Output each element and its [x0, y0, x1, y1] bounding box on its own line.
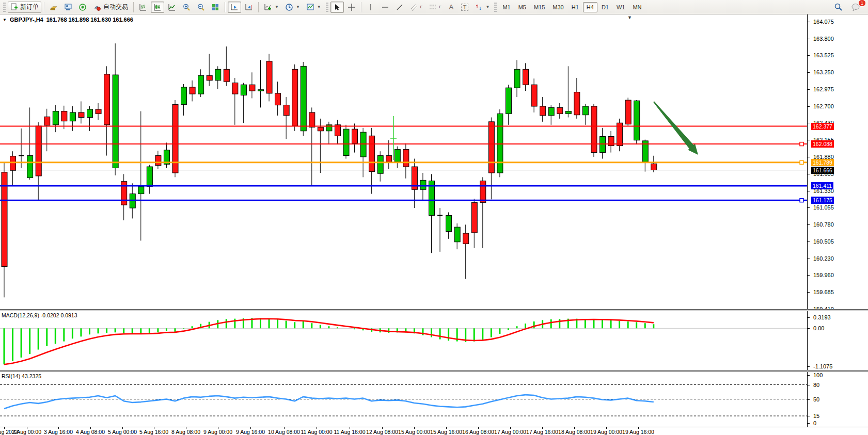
- navigator-button[interactable]: [76, 2, 89, 13]
- level-handle[interactable]: [800, 160, 803, 164]
- bar-chart-icon: [139, 3, 147, 11]
- price-tick-mark: [807, 191, 810, 191]
- cursor-button[interactable]: [330, 2, 344, 13]
- down-arrow-annotation[interactable]: [653, 101, 698, 155]
- timeframe-button-m1[interactable]: M1: [499, 2, 514, 12]
- rsi-tick-mark: [807, 399, 810, 400]
- crosshair-button[interactable]: [345, 2, 358, 13]
- candle: [326, 122, 332, 144]
- candle: [591, 104, 597, 157]
- auto-trading-icon: [93, 3, 101, 11]
- auto-scroll-button[interactable]: [228, 2, 241, 13]
- data-window-button[interactable]: [61, 2, 75, 13]
- time-axis-label: 19 Aug 00:00: [590, 429, 622, 435]
- new-order-icon: [10, 3, 18, 11]
- price-tick-mark: [807, 55, 810, 56]
- price-axis[interactable]: 164.075163.800163.525163.250162.975162.7…: [807, 14, 868, 309]
- rsi-indicator-pane[interactable]: 1008050150 RSI(14) 43.2325: [0, 372, 868, 427]
- price-tick-mark: [807, 22, 810, 22]
- search-button[interactable]: [831, 2, 845, 13]
- toolbar-separator: [258, 2, 259, 12]
- candle: [147, 165, 152, 194]
- time-axis-label: 8 Aug 08:00: [171, 429, 200, 435]
- templates-button[interactable]: ▼: [304, 2, 324, 13]
- dropdown-caret-icon: ▼: [296, 5, 300, 9]
- main-toolbar: 新订单 自动交易: [0, 0, 868, 14]
- rsi-axis: 1008050150: [807, 372, 868, 427]
- timeframe-button-m30[interactable]: M30: [549, 2, 567, 12]
- toolbar-grip[interactable]: [3, 3, 6, 12]
- zoom-in-button[interactable]: [180, 2, 193, 13]
- line-chart-button[interactable]: [165, 2, 179, 13]
- price-chart-pane[interactable]: 164.075163.800163.525163.250162.975162.7…: [0, 14, 868, 309]
- level-handle[interactable]: [800, 199, 803, 202]
- level-handle[interactable]: [800, 142, 803, 146]
- candle: [403, 143, 409, 179]
- candlestick-chart-button[interactable]: [151, 2, 164, 13]
- candle: [292, 65, 298, 131]
- vertical-line-button[interactable]: [364, 2, 377, 13]
- arrows-icon: [475, 3, 483, 11]
- candle: [266, 54, 272, 101]
- candle: [249, 72, 255, 98]
- macd-signal-line: [4, 319, 654, 364]
- macd-tick-mark: [807, 328, 810, 329]
- text-button[interactable]: A: [445, 2, 457, 13]
- new-order-button[interactable]: 新订单: [8, 2, 41, 13]
- dropdown-caret-icon: ▼: [485, 5, 490, 9]
- candle: [488, 117, 494, 199]
- chart-shift-marker[interactable]: ▼: [627, 15, 632, 20]
- price-tick-label: 162.975: [813, 86, 834, 92]
- chart-menu-icon[interactable]: ▼: [3, 18, 7, 22]
- chart-shift-button[interactable]: [242, 2, 256, 13]
- timeframe-button-d1[interactable]: D1: [598, 2, 612, 12]
- macd-indicator-pane[interactable]: 0.31930.00-1.1075 MACD(12,26,9) -0.0202 …: [0, 311, 868, 370]
- time-axis-label: 5 Aug 16:00: [139, 429, 168, 435]
- time-axis[interactable]: 2 Aug 20223 Aug 00:003 Aug 16:004 Aug 08…: [0, 427, 868, 435]
- time-axis-label: 17 Aug 16:00: [526, 429, 558, 435]
- notifications-button[interactable]: 1: [848, 2, 863, 13]
- auto-trading-button[interactable]: 自动交易: [90, 2, 131, 13]
- templates-icon: [306, 3, 314, 11]
- timeframe-button-h4[interactable]: H4: [583, 2, 597, 12]
- arrows-button[interactable]: ▼: [472, 2, 492, 13]
- tile-windows-button[interactable]: [209, 2, 222, 13]
- channel-button[interactable]: E: [407, 2, 425, 13]
- zoom-out-button[interactable]: [194, 2, 208, 13]
- candle: [531, 78, 537, 112]
- fibonacci-button[interactable]: F: [426, 2, 444, 13]
- timeframe-button-w1[interactable]: W1: [613, 2, 629, 12]
- horizontal-line-button[interactable]: [378, 2, 392, 13]
- bar-chart-button[interactable]: [136, 2, 150, 13]
- candle: [437, 208, 443, 252]
- market-watch-button[interactable]: [47, 2, 60, 13]
- timeframe-button-mn[interactable]: MN: [629, 2, 645, 12]
- vertical-line-icon: [367, 3, 375, 11]
- toolbar-separator: [225, 2, 225, 12]
- channel-icon: [410, 3, 418, 11]
- candle: [565, 66, 571, 117]
- toolbar-separator: [361, 2, 361, 12]
- periods-button[interactable]: ▼: [282, 2, 303, 13]
- trendline-button[interactable]: [393, 2, 406, 13]
- candle: [318, 119, 323, 173]
- price-tick-label: 160.505: [813, 238, 834, 245]
- candle: [258, 60, 264, 107]
- toolbar-grip[interactable]: [494, 3, 497, 12]
- timeframe-button-h1[interactable]: H1: [568, 2, 582, 12]
- macd-axis: 0.31930.00-1.1075: [807, 311, 868, 370]
- price-tick-mark: [807, 39, 810, 39]
- candle: [309, 107, 315, 185]
- time-axis-label: 3 Aug 00:00: [12, 429, 41, 435]
- indicators-button[interactable]: ▼: [261, 2, 281, 13]
- price-tick-label: 163.525: [813, 52, 834, 58]
- timeframe-button-m15[interactable]: M15: [530, 2, 548, 12]
- text-label-button[interactable]: T: [459, 2, 471, 13]
- timeframe-button-m5[interactable]: M5: [515, 2, 530, 12]
- candle: [78, 101, 84, 123]
- toolbar-grip[interactable]: [326, 3, 328, 12]
- time-axis-label: 12 Aug 08:00: [366, 429, 398, 435]
- time-axis-label: 18 Aug 08:00: [558, 429, 590, 435]
- candlestick-chart: [0, 14, 807, 309]
- candle: [36, 122, 41, 200]
